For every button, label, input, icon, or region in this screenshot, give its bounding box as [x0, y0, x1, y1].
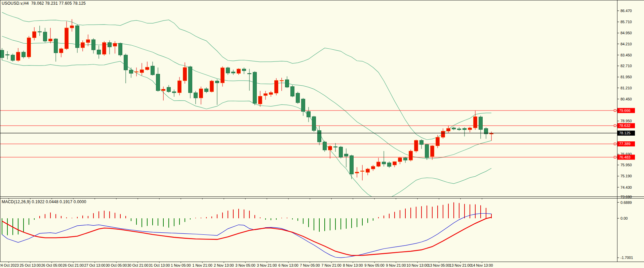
- bull-candle: [441, 131, 445, 137]
- price-axis[interactable]: 86.47085.71084.95084.21083.45082.71081.9…: [617, 9, 632, 199]
- bull-candle: [468, 128, 472, 130]
- svg-text:75.950: 75.950: [620, 163, 632, 167]
- svg-text:26 Oct 05:00: 26 Oct 05:00: [41, 263, 63, 267]
- bear-candle: [463, 128, 467, 130]
- bear-candle: [388, 163, 391, 167]
- bear-candle: [382, 162, 386, 164]
- chart-window: USOUSD.v,H4 78.062 78.231 77.605 78.125 …: [0, 0, 644, 268]
- bear-candle: [457, 129, 461, 130]
- bull-candle: [113, 43, 117, 46]
- svg-text:8 Nov 13:00: 8 Nov 13:00: [343, 263, 363, 267]
- svg-text:9 Nov 21:00: 9 Nov 21:00: [386, 263, 406, 267]
- svg-text:2 Nov 13:00: 2 Nov 13:00: [214, 263, 234, 267]
- bear-candle: [420, 140, 424, 144]
- bear-candle: [124, 55, 128, 70]
- bear-candle: [312, 117, 316, 130]
- bull-candle: [328, 146, 332, 150]
- bear-candle: [119, 43, 122, 55]
- svg-text:83.450: 83.450: [620, 53, 632, 57]
- svg-text:25 Oct 13:00: 25 Oct 13:00: [20, 263, 41, 267]
- macd-panel[interactable]: [2, 202, 491, 258]
- bull-candle: [377, 162, 380, 166]
- bear-candle: [339, 147, 343, 158]
- bear-candle: [242, 69, 246, 71]
- bull-candle: [269, 93, 273, 95]
- svg-text:84.210: 84.210: [620, 42, 632, 46]
- svg-text:80.450: 80.450: [620, 97, 632, 101]
- bear-candle: [248, 73, 251, 74]
- bull-candle: [49, 39, 52, 41]
- bear-candle: [189, 67, 192, 93]
- bear-candle: [156, 74, 160, 91]
- svg-text:-1.7001: -1.7001: [620, 256, 633, 260]
- bear-candle: [404, 158, 407, 160]
- chart-canvas[interactable]: 86.47085.71084.95084.21083.45082.71081.9…: [0, 0, 644, 268]
- svg-text:85.710: 85.710: [620, 20, 632, 24]
- svg-text:0.6889: 0.6889: [620, 200, 632, 205]
- bear-candle: [479, 117, 483, 130]
- panel-borders: [0, 0, 644, 262]
- bull-candle: [70, 26, 74, 28]
- bear-candle: [253, 72, 257, 103]
- bear-candle: [226, 68, 230, 73]
- svg-text:10 Nov 13:00: 10 Nov 13:00: [406, 263, 428, 267]
- svg-text:1 Nov 05:00: 1 Nov 05:00: [171, 263, 191, 267]
- bull-candle: [237, 69, 241, 73]
- bear-candle: [307, 111, 311, 117]
- bull-candle: [393, 162, 397, 165]
- svg-text:82.710: 82.710: [620, 64, 632, 68]
- svg-text:26 Oct 21:00: 26 Oct 21:00: [63, 263, 84, 267]
- bull-candle: [199, 89, 203, 98]
- bear-candle: [350, 155, 354, 174]
- bull-candle: [258, 96, 262, 104]
- bull-candle: [414, 140, 418, 151]
- line-marker-square: [614, 143, 616, 145]
- svg-text:24 Oct 2023: 24 Oct 2023: [0, 263, 19, 267]
- macd-line: [2, 214, 491, 258]
- bear-candle: [22, 52, 26, 57]
- bear-candle: [301, 99, 305, 111]
- time-axis[interactable]: 24 Oct 202325 Oct 13:0026 Oct 05:0026 Oc…: [0, 198, 493, 267]
- bull-candle: [140, 70, 144, 73]
- bear-candle: [215, 81, 219, 83]
- bear-candle: [205, 89, 208, 92]
- macd-axis[interactable]: 0.68890.00-1.7001: [617, 200, 633, 260]
- svg-text:78.125: 78.125: [619, 131, 631, 135]
- svg-text:13 Nov 21:00: 13 Nov 21:00: [449, 263, 471, 267]
- bull-candle: [361, 171, 364, 172]
- bull-candle: [135, 72, 138, 72]
- bear-candle: [97, 50, 101, 54]
- svg-text:81.210: 81.210: [620, 86, 632, 90]
- svg-text:7 Nov 21:00: 7 Nov 21:00: [321, 263, 341, 267]
- bull-candle: [221, 68, 225, 83]
- bull-candle: [436, 137, 440, 146]
- bull-candle: [275, 80, 278, 93]
- svg-text:81.950: 81.950: [620, 75, 632, 79]
- bull-candle: [33, 32, 36, 38]
- bear-candle: [318, 131, 321, 142]
- svg-text:9 Nov 05:00: 9 Nov 05:00: [364, 263, 384, 267]
- bear-candle: [11, 55, 15, 60]
- bear-candle: [76, 26, 79, 48]
- svg-text:0.00: 0.00: [620, 216, 628, 220]
- candles-layer: [0, 19, 493, 180]
- bull-candle: [447, 128, 450, 131]
- svg-text:3 Nov 05:00: 3 Nov 05:00: [235, 263, 255, 267]
- line-marker-square: [614, 109, 616, 111]
- svg-text:31 Oct 13:00: 31 Oct 13:00: [149, 263, 170, 267]
- bear-candle: [43, 32, 47, 41]
- svg-text:7 Nov 05:00: 7 Nov 05:00: [300, 263, 320, 267]
- bear-candle: [0, 50, 4, 57]
- svg-text:76.483: 76.483: [619, 155, 631, 159]
- svg-text:6 Nov 13:00: 6 Nov 13:00: [278, 263, 298, 267]
- bull-candle: [16, 52, 20, 60]
- bull-candle: [280, 80, 284, 81]
- bear-candle: [345, 154, 348, 157]
- bear-candle: [334, 147, 337, 147]
- bear-candle: [129, 70, 133, 73]
- bear-candle: [291, 87, 294, 96]
- main-price-panel[interactable]: [0, 12, 617, 200]
- bear-candle: [285, 80, 289, 87]
- svg-text:30 Oct 05:00: 30 Oct 05:00: [106, 263, 127, 267]
- bull-candle: [371, 166, 375, 169]
